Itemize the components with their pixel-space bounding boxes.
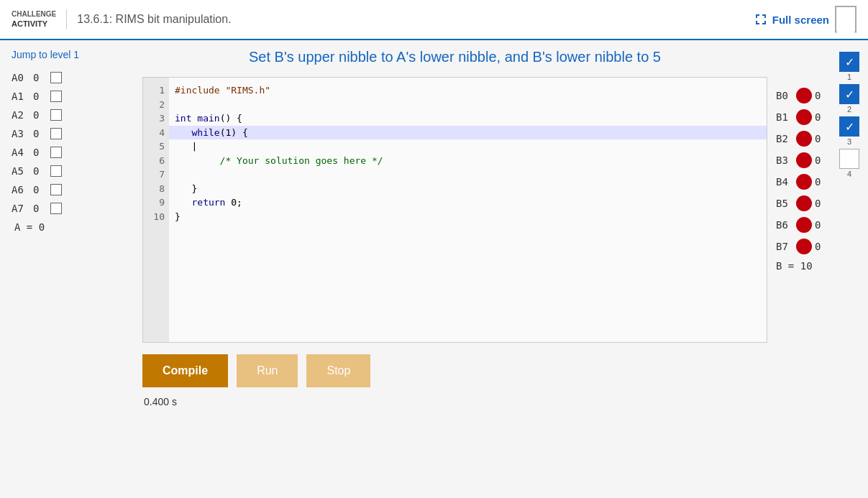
- line-number: 2: [147, 98, 165, 112]
- register-value: 0: [33, 165, 46, 177]
- register-value: 0: [33, 147, 46, 158]
- register-checkbox[interactable]: [50, 203, 62, 214]
- b-register-indicator: [796, 195, 812, 211]
- level-check-completed[interactable]: ✓: [839, 52, 859, 72]
- bookmark-button[interactable]: [835, 6, 856, 33]
- b-register-label: B3: [776, 155, 793, 166]
- code-editor[interactable]: 12345678910 #include "RIMS.h" int main()…: [142, 77, 767, 343]
- header-title: 13.6.1: RIMS bit manipulation.: [77, 13, 231, 26]
- line-number: 4: [147, 126, 165, 140]
- b-register-row: B5 0: [776, 195, 833, 211]
- b-register-value: 0: [815, 111, 828, 123]
- header: CHALLENGE ACTIVITY 13.6.1: RIMS bit mani…: [0, 0, 868, 40]
- b-register-value: 0: [815, 90, 828, 101]
- b-register-row: B6 0: [776, 217, 833, 233]
- register-value: 0: [33, 203, 46, 214]
- line-number: 1: [147, 83, 165, 98]
- line-number: 9: [147, 195, 165, 210]
- register-value: 0: [33, 72, 46, 83]
- header-right: Full screen: [754, 6, 856, 33]
- jump-to-level-link[interactable]: Jump to level 1: [12, 49, 134, 60]
- b-register-label: B0: [776, 90, 793, 101]
- levels-sidebar: ✓ 1 ✓ 2 ✓ 3 4: [836, 49, 862, 407]
- b-register-value: 0: [815, 176, 828, 188]
- a-register-row: A5 0: [12, 165, 134, 177]
- code-line: while(1) {: [169, 126, 767, 140]
- register-checkbox[interactable]: [50, 165, 62, 177]
- line-numbers: 12345678910: [143, 78, 169, 342]
- a-register-row: A4 0: [12, 147, 134, 158]
- register-value: 0: [33, 91, 46, 102]
- register-value: 0: [33, 184, 46, 195]
- right-panel: B0 0 B1 0 B2 0 B3 0 B4 0 B5 0 B6 0 B7 0 …: [776, 49, 833, 407]
- a-equals: A = 0: [12, 221, 134, 233]
- b-register-label: B7: [776, 241, 793, 252]
- a-registers: A0 0 A1 0 A2 0 A3 0 A4 0 A5 0 A6 0 A7 0: [12, 72, 134, 214]
- code-line: int main() {: [175, 111, 761, 126]
- line-number: 3: [147, 111, 165, 126]
- code-line: [175, 167, 761, 182]
- register-checkbox[interactable]: [50, 72, 62, 83]
- b-register-indicator: [796, 88, 812, 103]
- b-register-label: B6: [776, 219, 793, 231]
- register-label: A4: [12, 147, 29, 158]
- line-number: 5: [147, 139, 165, 154]
- register-label: A6: [12, 184, 29, 195]
- b-register-indicator: [796, 217, 812, 233]
- code-line: }: [175, 210, 761, 224]
- register-checkbox[interactable]: [50, 109, 62, 121]
- level-check-empty[interactable]: [839, 149, 859, 169]
- a-register-row: A0 0: [12, 72, 134, 83]
- level-item[interactable]: 4: [839, 149, 859, 178]
- left-panel: Jump to level 1 A0 0 A1 0 A2 0 A3 0 A4 0…: [12, 49, 134, 407]
- b-register-value: 0: [815, 241, 828, 252]
- run-button[interactable]: Run: [237, 354, 298, 387]
- a-register-row: A2 0: [12, 109, 134, 121]
- line-number: 6: [147, 154, 165, 168]
- b-register-row: B0 0: [776, 88, 833, 103]
- fullscreen-button[interactable]: Full screen: [754, 12, 829, 27]
- line-number: 8: [147, 182, 165, 196]
- b-register-row: B7 0: [776, 239, 833, 254]
- b-register-row: B4 0: [776, 174, 833, 190]
- code-line: }: [175, 182, 761, 196]
- register-checkbox[interactable]: [50, 147, 62, 158]
- a-register-row: A1 0: [12, 91, 134, 102]
- a-register-row: A6 0: [12, 184, 134, 195]
- level-item[interactable]: ✓ 1: [839, 52, 859, 81]
- b-register-label: B4: [776, 176, 793, 188]
- level-item[interactable]: ✓ 2: [839, 84, 859, 114]
- register-checkbox[interactable]: [50, 184, 62, 195]
- b-register-label: B5: [776, 198, 793, 209]
- stop-button[interactable]: Stop: [306, 354, 370, 387]
- register-checkbox[interactable]: [50, 128, 62, 139]
- register-label: A0: [12, 72, 29, 83]
- code-area: Set B's upper nibble to A's lower nibble…: [142, 49, 767, 407]
- fullscreen-icon: [754, 12, 768, 27]
- b-register-row: B3 0: [776, 152, 833, 168]
- compile-button[interactable]: Compile: [142, 354, 228, 387]
- a-register-row: A7 0: [12, 203, 134, 214]
- code-line: return 0;: [175, 195, 761, 210]
- challenge-activity-label: CHALLENGE ACTIVITY: [12, 9, 67, 29]
- level-check-completed[interactable]: ✓: [839, 84, 859, 104]
- b-register-label: B2: [776, 133, 793, 144]
- b-register-indicator: [796, 174, 812, 190]
- level-item[interactable]: ✓ 3: [839, 116, 859, 146]
- code-line: #include "RIMS.h": [175, 83, 761, 98]
- code-content[interactable]: #include "RIMS.h" int main() { while(1) …: [169, 78, 767, 342]
- code-line: /* Your solution goes here */: [175, 154, 761, 168]
- register-label: A1: [12, 91, 29, 102]
- register-label: A5: [12, 165, 29, 177]
- b-register-label: B1: [776, 111, 793, 123]
- level-number: 2: [847, 105, 851, 114]
- code-line: [175, 98, 761, 112]
- level-check-completed[interactable]: ✓: [839, 116, 859, 137]
- register-checkbox[interactable]: [50, 91, 62, 102]
- b-register-indicator: [796, 239, 812, 254]
- b-register-value: 0: [815, 155, 828, 166]
- b-register-indicator: [796, 109, 812, 125]
- level-number: 3: [847, 137, 851, 146]
- b-register-row: B2 0: [776, 131, 833, 147]
- code-line: |: [175, 139, 761, 154]
